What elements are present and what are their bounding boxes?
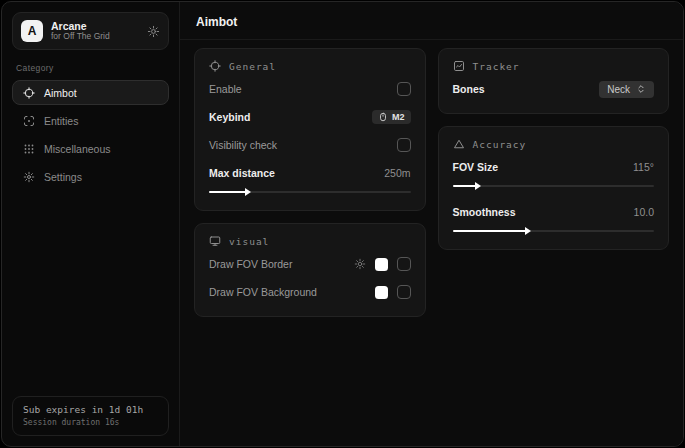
monitor-icon xyxy=(209,235,221,247)
sidebar-item-settings[interactable]: Settings xyxy=(12,164,169,189)
session-duration-text: Session duration 16s xyxy=(23,418,158,427)
slider-fill xyxy=(453,230,530,232)
mouse-icon xyxy=(378,112,388,122)
scan-icon xyxy=(23,115,35,127)
fov-border-color-swatch[interactable] xyxy=(375,258,388,271)
draw-fov-border-checkbox[interactable] xyxy=(397,257,411,271)
session-card: Sub expires in 1d 01h Session duration 1… xyxy=(12,396,169,436)
column-right: Tracker Bones Neck xyxy=(438,48,670,250)
grid-dots-icon xyxy=(23,143,35,155)
category-label: Category xyxy=(16,63,165,73)
gear-icon xyxy=(23,171,35,183)
fov-size-value: 115° xyxy=(633,161,654,173)
tracker-card: Tracker Bones Neck xyxy=(438,48,670,114)
gear-icon[interactable] xyxy=(354,258,366,270)
smoothness-value: 10.0 xyxy=(634,206,654,218)
smoothness-slider[interactable] xyxy=(453,226,655,236)
keybind-button[interactable]: M2 xyxy=(372,110,411,124)
column-left: General Enable Keybind M2 xyxy=(194,48,426,317)
max-distance-row: Max distance 250m xyxy=(209,162,411,184)
page-title: Aimbot xyxy=(196,15,667,29)
enable-checkbox[interactable] xyxy=(397,82,411,96)
visibility-check-checkbox[interactable] xyxy=(397,138,411,152)
app-logo: A xyxy=(21,20,43,42)
keybind-value: M2 xyxy=(392,112,405,122)
smoothness-label: Smoothness xyxy=(453,206,516,218)
sidebar-item-aimbot[interactable]: Aimbot xyxy=(12,80,169,105)
accuracy-card: Accuracy FOV Size 115° Smoothness 10.0 xyxy=(438,126,670,250)
main-header: Aimbot xyxy=(180,2,683,40)
visibility-check-label: Visibility check xyxy=(209,139,277,151)
draw-fov-border-controls xyxy=(354,257,411,271)
sidebar-item-label: Settings xyxy=(44,171,82,183)
sidebar-item-label: Aimbot xyxy=(44,87,77,99)
slider-fill xyxy=(453,185,479,187)
card-title: Accuracy xyxy=(473,139,527,150)
max-distance-label: Max distance xyxy=(209,167,275,179)
bones-row: Bones Neck xyxy=(453,78,655,100)
sidebar-item-label: Miscellaneous xyxy=(44,143,111,155)
gear-icon[interactable] xyxy=(147,25,160,38)
bones-value: Neck xyxy=(607,84,630,95)
sidebar: A Arcane for Off The Grid Category Aimbo… xyxy=(2,2,180,446)
sidebar-item-entities[interactable]: Entities xyxy=(12,108,169,133)
visual-card: visual Draw FOV Border Draw xyxy=(194,223,426,317)
crosshair-icon xyxy=(23,87,35,99)
draw-fov-background-label: Draw FOV Background xyxy=(209,286,317,298)
crosshair-icon xyxy=(209,60,221,72)
visual-card-header: visual xyxy=(209,235,411,247)
general-card-header: General xyxy=(209,60,411,72)
fov-size-row: FOV Size 115° xyxy=(453,156,655,178)
logo-card: A Arcane for Off The Grid xyxy=(12,12,169,50)
tracker-card-header: Tracker xyxy=(453,60,655,72)
fov-size-label: FOV Size xyxy=(453,161,499,173)
bones-label: Bones xyxy=(453,83,485,95)
enable-row: Enable xyxy=(209,78,411,100)
chevrons-up-down-icon xyxy=(636,84,646,94)
content-area: General Enable Keybind M2 xyxy=(180,40,683,325)
fov-size-slider[interactable] xyxy=(453,181,655,191)
card-title: visual xyxy=(229,236,269,247)
smoothness-row: Smoothness 10.0 xyxy=(453,201,655,223)
sidebar-item-label: Entities xyxy=(44,115,78,127)
keybind-label: Keybind xyxy=(209,111,250,123)
draw-fov-border-label: Draw FOV Border xyxy=(209,258,292,270)
slider-fill xyxy=(209,191,249,193)
card-title: Tracker xyxy=(473,61,520,72)
fov-background-color-swatch[interactable] xyxy=(375,286,388,299)
keybind-row: Keybind M2 xyxy=(209,106,411,128)
sidebar-item-miscellaneous[interactable]: Miscellaneous xyxy=(12,136,169,161)
app-window: A Arcane for Off The Grid Category Aimbo… xyxy=(1,1,684,447)
app-title-block: Arcane for Off The Grid xyxy=(51,20,139,42)
draw-fov-border-row: Draw FOV Border xyxy=(209,253,411,275)
draw-fov-background-controls xyxy=(375,285,411,299)
visibility-check-row: Visibility check xyxy=(209,134,411,156)
max-distance-value: 250m xyxy=(384,167,410,179)
app-tagline: for Off The Grid xyxy=(51,32,139,42)
draw-fov-background-checkbox[interactable] xyxy=(397,285,411,299)
sub-expiry-text: Sub expires in 1d 01h xyxy=(23,404,158,415)
slider-track xyxy=(453,185,655,187)
main-panel: Aimbot General Enable xyxy=(180,2,683,446)
accuracy-card-header: Accuracy xyxy=(453,138,655,150)
enable-label: Enable xyxy=(209,83,242,95)
general-card: General Enable Keybind M2 xyxy=(194,48,426,211)
tracker-icon xyxy=(453,60,465,72)
triangle-icon xyxy=(453,138,465,150)
draw-fov-background-row: Draw FOV Background xyxy=(209,281,411,303)
sidebar-nav: Aimbot Entities Miscellaneous Settings xyxy=(12,80,169,189)
max-distance-slider[interactable] xyxy=(209,187,411,197)
bones-select[interactable]: Neck xyxy=(599,81,654,98)
card-title: General xyxy=(229,61,276,72)
